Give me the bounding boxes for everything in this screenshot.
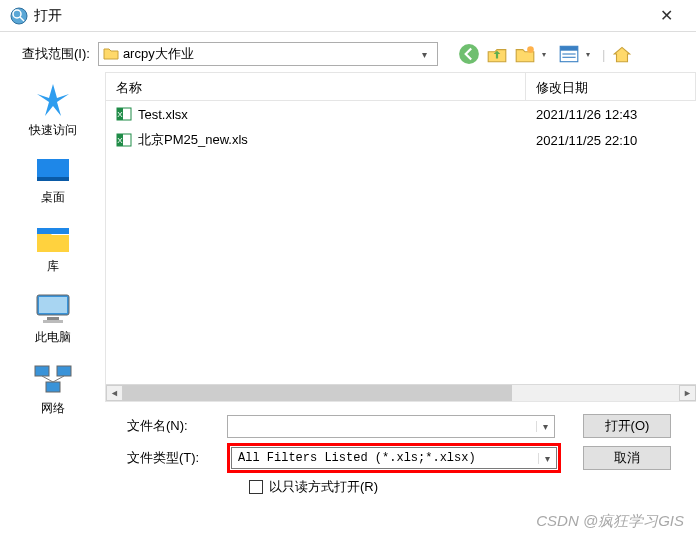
svg-line-20 bbox=[53, 376, 64, 382]
look-in-label: 查找范围(I): bbox=[22, 45, 90, 63]
window-title: 打开 bbox=[34, 7, 646, 25]
desktop-icon bbox=[35, 157, 71, 185]
libraries-icon bbox=[35, 224, 71, 254]
scroll-right-icon[interactable]: ► bbox=[679, 385, 696, 401]
place-label: 库 bbox=[47, 258, 59, 275]
svg-point-3 bbox=[459, 44, 479, 64]
horizontal-scrollbar[interactable]: ◄ ► bbox=[106, 384, 696, 401]
svg-rect-16 bbox=[35, 366, 49, 376]
filetype-select[interactable]: All Filters Listed (*.xls;*.xlsx) ▾ bbox=[231, 447, 557, 469]
watermark: CSDN @疯狂学习GIS bbox=[536, 512, 684, 531]
svg-rect-13 bbox=[39, 297, 67, 313]
filetype-label: 文件类型(T): bbox=[127, 449, 217, 467]
place-this-pc[interactable]: 此电脑 bbox=[13, 293, 93, 346]
look-in-row: 查找范围(I): arcpy大作业 ▾ ▾ ▾ | bbox=[0, 32, 696, 72]
svg-rect-10 bbox=[37, 177, 69, 181]
svg-rect-6 bbox=[560, 46, 578, 50]
toolbar: ▾ ▾ | bbox=[458, 43, 633, 65]
filetype-highlight: All Filters Listed (*.xls;*.xlsx) ▾ bbox=[227, 443, 561, 473]
svg-rect-15 bbox=[43, 320, 63, 323]
chevron-down-icon[interactable]: ▾ bbox=[538, 453, 556, 464]
look-in-value: arcpy大作业 bbox=[123, 45, 417, 63]
places-bar: 快速访问 桌面 库 此电脑 网络 bbox=[0, 72, 105, 402]
svg-rect-14 bbox=[47, 317, 59, 320]
svg-rect-11 bbox=[37, 228, 69, 234]
file-list: 名称 修改日期 X Test.xlsx 2021/11/26 12:43 X 北… bbox=[105, 72, 696, 402]
readonly-checkbox[interactable] bbox=[249, 480, 263, 494]
bottom-panel: 文件名(N): ▾ 打开(O) 文件类型(T): All Filters Lis… bbox=[0, 402, 696, 496]
look-in-combo[interactable]: arcpy大作业 ▾ bbox=[98, 42, 438, 66]
place-label: 快速访问 bbox=[29, 122, 77, 139]
svg-point-4 bbox=[527, 46, 534, 53]
place-quick-access[interactable]: 快速访问 bbox=[13, 82, 93, 139]
column-name[interactable]: 名称 bbox=[106, 73, 526, 100]
network-icon bbox=[33, 364, 73, 396]
column-date[interactable]: 修改日期 bbox=[526, 73, 696, 100]
filename-input[interactable]: ▾ bbox=[227, 415, 555, 438]
titlebar: 打开 ✕ bbox=[0, 0, 696, 32]
chevron-down-icon[interactable]: ▾ bbox=[586, 50, 596, 59]
quick-access-icon bbox=[35, 82, 71, 118]
open-button[interactable]: 打开(O) bbox=[583, 414, 671, 438]
folder-icon bbox=[103, 46, 119, 62]
cancel-button[interactable]: 取消 bbox=[583, 446, 671, 470]
chevron-down-icon[interactable]: ▾ bbox=[542, 50, 552, 59]
file-name: Test.xlsx bbox=[138, 107, 188, 122]
svg-rect-17 bbox=[57, 366, 71, 376]
scroll-left-icon[interactable]: ◄ bbox=[106, 385, 123, 401]
svg-line-19 bbox=[42, 376, 53, 382]
filetype-value: All Filters Listed (*.xls;*.xlsx) bbox=[232, 451, 538, 465]
readonly-label: 以只读方式打开(R) bbox=[269, 478, 378, 496]
scroll-track[interactable] bbox=[123, 385, 679, 401]
chevron-down-icon: ▾ bbox=[417, 49, 433, 60]
filename-label: 文件名(N): bbox=[127, 417, 217, 435]
back-icon[interactable] bbox=[458, 43, 480, 65]
readonly-row: 以只读方式打开(R) bbox=[127, 478, 684, 496]
filename-row: 文件名(N): ▾ 打开(O) bbox=[127, 410, 684, 442]
file-row[interactable]: X 北京PM25_new.xls 2021/11/25 22:10 bbox=[106, 127, 696, 153]
file-rows[interactable]: X Test.xlsx 2021/11/26 12:43 X 北京PM25_ne… bbox=[106, 101, 696, 384]
chevron-down-icon[interactable]: ▾ bbox=[536, 421, 554, 432]
place-label: 桌面 bbox=[41, 189, 65, 206]
filetype-row: 文件类型(T): All Filters Listed (*.xls;*.xls… bbox=[127, 442, 684, 474]
file-name: 北京PM25_new.xls bbox=[138, 131, 248, 149]
excel-icon: X bbox=[116, 106, 132, 122]
scroll-thumb[interactable] bbox=[123, 385, 512, 401]
app-icon bbox=[10, 7, 28, 25]
view-menu-icon[interactable] bbox=[558, 43, 580, 65]
this-pc-icon bbox=[33, 293, 73, 325]
file-date: 2021/11/25 22:10 bbox=[526, 133, 696, 148]
file-row[interactable]: X Test.xlsx 2021/11/26 12:43 bbox=[106, 101, 696, 127]
main-area: 快速访问 桌面 库 此电脑 网络 名称 修改日期 X Test.x bbox=[0, 72, 696, 402]
new-folder-icon[interactable] bbox=[514, 43, 536, 65]
close-button[interactable]: ✕ bbox=[646, 0, 686, 32]
home-icon[interactable] bbox=[611, 43, 633, 65]
place-libraries[interactable]: 库 bbox=[13, 224, 93, 275]
svg-text:X: X bbox=[117, 136, 123, 145]
place-desktop[interactable]: 桌面 bbox=[13, 157, 93, 206]
up-icon[interactable] bbox=[486, 43, 508, 65]
list-header: 名称 修改日期 bbox=[106, 73, 696, 101]
file-date: 2021/11/26 12:43 bbox=[526, 107, 696, 122]
svg-rect-18 bbox=[46, 382, 60, 392]
svg-text:X: X bbox=[117, 110, 123, 119]
excel-icon: X bbox=[116, 132, 132, 148]
place-label: 此电脑 bbox=[35, 329, 71, 346]
